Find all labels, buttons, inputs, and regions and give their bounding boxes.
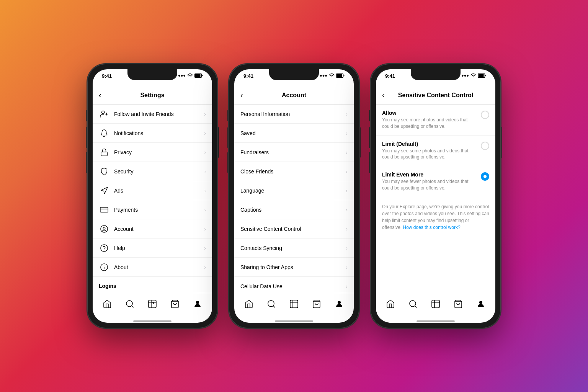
tab-profile-1[interactable] — [191, 297, 204, 311]
chevron-personal: › — [346, 111, 348, 117]
back-button-sensitive[interactable]: ‹ — [382, 91, 385, 100]
chevron-saved: › — [346, 130, 348, 136]
account-item-fundraisers[interactable]: Fundraisers › — [234, 143, 354, 162]
account-item-sensitive[interactable]: Sensitive Content Control › — [234, 219, 354, 238]
settings-label-help: Help — [114, 245, 204, 251]
tab-reels-2[interactable] — [287, 297, 301, 311]
home-indicator-1 — [93, 320, 212, 323]
notch-2 — [269, 69, 319, 80]
back-button-settings[interactable]: ‹ — [99, 91, 101, 100]
account-label-language: Language — [240, 188, 346, 194]
scc-footer-link[interactable]: How does this control work? — [403, 225, 461, 230]
account-item-sharing[interactable]: Sharing to Other Apps › — [234, 258, 354, 277]
tab-profile-3[interactable] — [474, 297, 488, 311]
phone-settings: 9:41 ●●● ‹ Settings Follow and Invite Fr… — [87, 64, 217, 328]
radio-allow[interactable] — [481, 111, 489, 119]
svg-point-2 — [102, 111, 105, 113]
scc-option-limit-default[interactable]: Limit (Default) You may see some photos … — [376, 136, 495, 167]
account-item-personal[interactable]: Personal Information › — [234, 105, 354, 124]
signal-icon-1: ●●● — [178, 73, 186, 78]
settings-item-about[interactable]: About › — [93, 258, 212, 277]
settings-item-help[interactable]: Help › — [93, 238, 212, 258]
account-label-close-friends: Close Friends — [240, 168, 346, 175]
tab-bar-2 — [234, 293, 354, 320]
scc-option-allow[interactable]: Allow You may see more photos and videos… — [376, 105, 495, 136]
home-bar-2 — [275, 320, 313, 322]
phone-sensitive: 9:41 ●●● ‹ Sensitive Content Control All… — [371, 64, 501, 328]
tab-home-2[interactable] — [242, 297, 256, 311]
settings-content: Follow and Invite Friends › Notification… — [93, 105, 212, 293]
radio-limit-default[interactable] — [481, 142, 489, 150]
tab-reels-1[interactable] — [145, 297, 159, 311]
security-icon — [99, 166, 109, 177]
scc-option-allow-title: Allow — [382, 110, 476, 116]
chevron-language: › — [346, 188, 348, 194]
back-button-account[interactable]: ‹ — [240, 91, 243, 100]
side-button-power-3 — [501, 127, 502, 158]
tab-shop-2[interactable] — [310, 297, 323, 311]
radio-limit-more[interactable] — [481, 172, 489, 181]
scc-option-limit-more[interactable]: Limit Even More You may see fewer photos… — [376, 166, 495, 197]
notch-3 — [411, 69, 461, 80]
chevron-ads: › — [204, 188, 206, 194]
svg-rect-21 — [290, 300, 298, 308]
chevron-sensitive: › — [346, 226, 348, 232]
settings-item-notifications[interactable]: Notifications › — [93, 124, 212, 143]
account-item-language[interactable]: Language › — [234, 181, 354, 200]
settings-label-notifications: Notifications — [114, 130, 204, 136]
status-time-2: 9:41 — [243, 73, 253, 79]
svg-point-6 — [101, 225, 108, 232]
svg-rect-1 — [195, 74, 201, 77]
account-label-sharing: Sharing to Other Apps — [240, 264, 346, 270]
settings-item-ads[interactable]: Ads › — [93, 181, 212, 200]
notifications-icon — [99, 128, 109, 139]
chevron-security: › — [204, 168, 206, 175]
phone-screen-3: 9:41 ●●● ‹ Sensitive Content Control All… — [376, 69, 495, 323]
battery-icon-3 — [478, 74, 486, 78]
svg-line-20 — [273, 305, 274, 307]
tab-shop-3[interactable] — [451, 297, 465, 311]
svg-rect-14 — [149, 300, 156, 308]
svg-rect-18 — [337, 74, 342, 77]
account-item-saved[interactable]: Saved › — [234, 124, 354, 143]
svg-line-27 — [415, 305, 416, 307]
account-item-cellular[interactable]: Cellular Data Use › — [234, 277, 354, 293]
settings-label-follow: Follow and Invite Friends — [114, 111, 204, 117]
account-icon — [99, 224, 109, 234]
account-label-saved: Saved — [240, 130, 346, 136]
tab-reels-3[interactable] — [429, 297, 443, 311]
settings-label-account: Account — [114, 226, 204, 232]
settings-label-ads: Ads — [114, 188, 204, 194]
settings-item-payments[interactable]: Payments › — [93, 200, 212, 219]
phone-account: 9:41 ●●● ‹ Account Personal Information … — [229, 64, 359, 328]
account-label-cellular: Cellular Data Use — [240, 283, 346, 289]
signal-icon-2: ●●● — [320, 73, 327, 78]
settings-item-follow[interactable]: Follow and Invite Friends › — [93, 105, 212, 124]
settings-item-security[interactable]: Security › — [93, 162, 212, 181]
tab-search-2[interactable] — [265, 297, 278, 311]
svg-rect-4 — [100, 207, 108, 212]
tab-search-1[interactable] — [123, 297, 137, 311]
settings-item-account[interactable]: Account › — [93, 219, 212, 238]
battery-icon-2 — [336, 74, 345, 78]
wifi-icon-3 — [470, 74, 476, 78]
tab-home-3[interactable] — [384, 297, 397, 311]
tab-profile-2[interactable] — [332, 297, 346, 311]
signal-icon-3: ●●● — [461, 73, 469, 78]
tab-bar-1 — [93, 293, 212, 320]
account-label-personal: Personal Information — [240, 111, 346, 117]
home-indicator-2 — [234, 320, 354, 323]
scc-option-limit-default-title: Limit (Default) — [382, 141, 476, 147]
svg-point-16 — [196, 301, 199, 304]
account-label-sensitive: Sensitive Content Control — [240, 226, 346, 232]
tab-search-3[interactable] — [406, 297, 420, 311]
status-icons-2: ●●● — [320, 73, 345, 78]
settings-item-privacy[interactable]: Privacy › — [93, 143, 212, 162]
tab-home-1[interactable] — [100, 297, 114, 311]
account-item-contacts[interactable]: Contacts Syncing › — [234, 238, 354, 258]
tab-shop-1[interactable] — [168, 297, 182, 311]
wifi-icon-1 — [187, 74, 193, 78]
account-item-close-friends[interactable]: Close Friends › — [234, 162, 354, 181]
account-item-captions[interactable]: Captions › — [234, 200, 354, 219]
chevron-payments: › — [204, 207, 206, 213]
